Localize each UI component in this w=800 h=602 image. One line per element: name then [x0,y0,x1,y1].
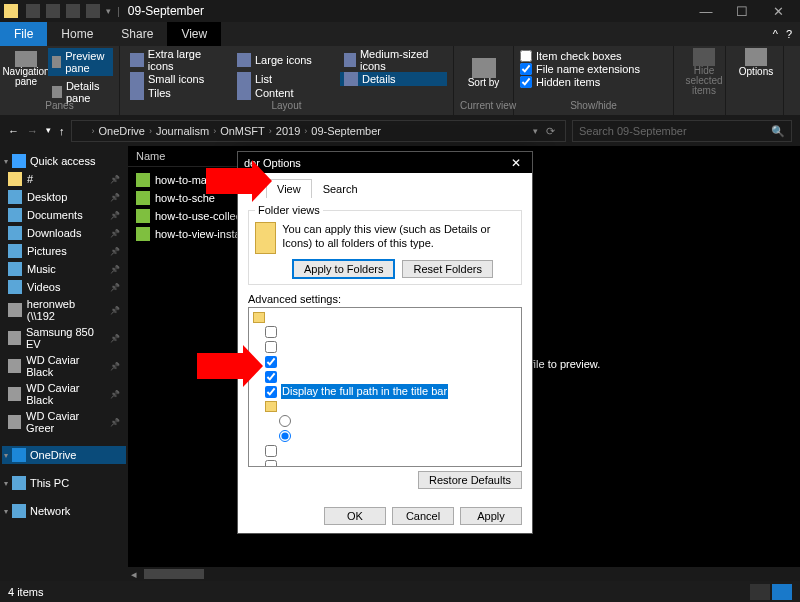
layout-medium[interactable]: Medium-sized icons [340,48,447,72]
cancel-button[interactable]: Cancel [392,507,454,525]
menubar: File Home Share View ^ ? [0,22,800,46]
layout-tiles[interactable]: Tiles [126,86,233,100]
breadcrumb-seg[interactable]: Journalism [154,125,211,137]
maximize-button[interactable]: ☐ [724,0,760,22]
advanced-settings-tree[interactable]: Files and Folders Always show icons, nev… [248,307,522,467]
tab-share[interactable]: Share [107,22,167,46]
reset-folders-button[interactable]: Reset Folders [402,260,492,278]
tree-option[interactable]: Hide extensions for known file types [251,458,519,467]
sidebar-item[interactable]: WD Caviar Black [2,380,126,408]
up-button[interactable]: ↑ [59,125,65,137]
layout-details[interactable]: Details [340,72,447,86]
ribbon-group-panes: Navigation pane Preview pane Details pan… [0,46,120,115]
sidebar-item[interactable]: WD Caviar Greer [2,408,126,436]
ribbon-group-layout: Extra large icons Large icons Medium-siz… [120,46,454,115]
minimize-button[interactable]: — [688,0,724,22]
ribbon: Navigation pane Preview pane Details pan… [0,46,800,116]
tree-option[interactable]: Hide empty drives [251,444,519,459]
sidebar-item[interactable]: # [2,170,126,188]
refresh-icon[interactable]: ⟳ [540,125,561,138]
sidebar-thispc[interactable]: This PC [2,474,126,492]
titlebar: ▾ | 09-September — ☐ ✕ [0,0,800,22]
hide-selected-button[interactable]: Hide selected items [680,48,728,96]
recent-button[interactable]: ▾ [46,125,51,137]
breadcrumb-seg[interactable]: 2019 [274,125,302,137]
ribbon-group-options: Options [726,46,784,115]
dialog-tab-view[interactable]: View [266,179,312,198]
tree-option[interactable]: Always show icons, never thumbnails [251,325,519,340]
sidebar-item[interactable]: heronweb (\\192 [2,296,126,324]
tab-home[interactable]: Home [47,22,107,46]
qat-icon[interactable] [46,4,60,18]
status-count: 4 items [8,586,43,598]
close-button[interactable]: ✕ [760,0,796,22]
sidebar-item[interactable]: Videos [2,278,126,296]
ok-button[interactable]: OK [324,507,386,525]
folder-icon [76,125,90,137]
hidden-items-toggle[interactable]: Hidden items [520,76,640,88]
qat-icon[interactable] [86,4,100,18]
tab-file[interactable]: File [0,22,47,46]
apply-to-folders-button[interactable]: Apply to Folders [293,260,394,278]
options-button[interactable]: Options [732,48,780,77]
sidebar-quick-access[interactable]: Quick access [2,152,126,170]
folder-icon [136,173,150,187]
folder-icon [136,227,150,241]
sidebar-item[interactable]: WD Caviar Black [2,352,126,380]
tree-option[interactable]: Always show menus [251,340,519,355]
item-check-boxes-toggle[interactable]: Item check boxes [520,50,640,62]
sidebar-item[interactable]: Downloads [2,224,126,242]
tree-option[interactable]: Display file size information in folder … [251,369,519,384]
help-icon[interactable]: ? [786,28,792,40]
back-button[interactable]: ← [8,125,19,137]
sidebar-network[interactable]: Network [2,502,126,520]
dialog-tabs: View Search [238,173,532,198]
navigation-pane-button[interactable]: Navigation pane [8,51,44,87]
search-input[interactable]: Search 09-September 🔍 [572,120,792,142]
sidebar-item[interactable]: Music [2,260,126,278]
sidebar-item[interactable]: Documents [2,206,126,224]
tree-folder: Files and Folders [251,310,519,325]
tab-view[interactable]: View [167,22,221,46]
tree-radio[interactable]: Show hidden files, folders and drives [251,429,519,444]
quick-access-toolbar: ▾ | [26,4,120,18]
forward-button[interactable]: → [27,125,38,137]
preview-pane-button[interactable]: Preview pane [48,48,113,76]
restore-defaults-button[interactable]: Restore Defaults [418,471,522,489]
sidebar-onedrive[interactable]: OneDrive [2,446,126,464]
layout-content[interactable]: Content [233,86,340,100]
layout-small[interactable]: Small icons [126,72,233,86]
dialog-tab-search[interactable]: Search [312,179,369,198]
chevron-down-icon[interactable]: ▾ [533,126,538,136]
layout-list[interactable]: List [233,72,340,86]
sidebar-item[interactable]: Samsung 850 EV [2,324,126,352]
qat-icon[interactable] [26,4,40,18]
breadcrumb[interactable]: › OneDrive› Journalism› OnMSFT› 2019› 09… [71,120,567,142]
folder-icon [136,209,150,223]
qat-icon[interactable] [66,4,80,18]
close-icon[interactable]: ✕ [506,156,526,170]
annotation-arrow [206,168,254,194]
layout-extra-large[interactable]: Extra large icons [126,48,233,72]
dialog-titlebar[interactable]: der Options ✕ [238,152,532,173]
ribbon-label: Panes [6,100,113,113]
sort-by-button[interactable]: Sort by [460,48,507,98]
layout-large[interactable]: Large icons [233,48,340,72]
chevron-down-icon[interactable]: ▾ [106,6,111,16]
view-details-icon[interactable] [750,584,770,600]
tree-radio[interactable]: Don't show hidden files, folders or driv… [251,414,519,429]
ribbon-label: Current view [460,100,507,113]
window-title: 09-September [128,4,204,18]
file-extensions-toggle[interactable]: File name extensions [520,63,640,75]
breadcrumb-seg[interactable]: OneDrive [97,125,147,137]
view-large-icon[interactable] [772,584,792,600]
tree-option-highlighted[interactable]: Display the full path in the title bar [251,384,519,399]
horizontal-scrollbar[interactable]: ◂ [128,567,800,581]
sidebar-item[interactable]: Desktop [2,188,126,206]
apply-button[interactable]: Apply [460,507,522,525]
tree-option[interactable]: Display file icon on thumbnails [251,355,519,370]
breadcrumb-seg[interactable]: 09-September [309,125,383,137]
sidebar-item[interactable]: Pictures [2,242,126,260]
ribbon-collapse-icon[interactable]: ^ [773,28,778,40]
breadcrumb-seg[interactable]: OnMSFT [218,125,267,137]
